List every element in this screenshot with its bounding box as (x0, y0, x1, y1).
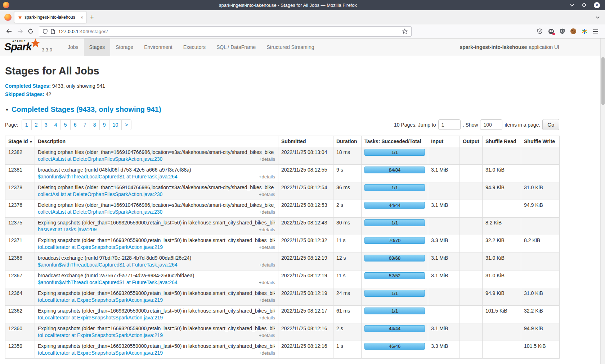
duration-cell: 12 s (333, 253, 362, 270)
column-header-output[interactable]: Output (460, 136, 483, 147)
column-header-stage-id[interactable]: Stage Id▼ (5, 136, 35, 147)
nav-item-storage[interactable]: Storage (110, 38, 139, 56)
nav-item-executors[interactable]: Executors (178, 38, 211, 56)
details-toggle[interactable]: +details (259, 156, 275, 163)
column-header-description[interactable]: Description (35, 136, 278, 147)
colorful-asterisk-icon[interactable] (582, 28, 587, 34)
stages-table: Stage Id▼DescriptionSubmittedDurationTas… (5, 136, 560, 359)
nav-item-structured-streaming[interactable]: Structured Streaming (261, 38, 319, 56)
ublock-shield-icon[interactable] (560, 28, 565, 34)
stage-detail-link[interactable]: toLocalIterator at ExpireSnapshotsSparkA… (38, 332, 163, 339)
details-toggle[interactable]: +details (259, 332, 275, 339)
privacy-mask-icon[interactable] (548, 28, 554, 35)
shuffle-write-size: 31.0 KiB (524, 185, 543, 190)
description-cell: Expiring snapshots (older_than=166932055… (35, 341, 278, 359)
stage-detail-link[interactable]: collectAsList at DeleteOrphanFilesSparkA… (38, 191, 162, 198)
jump-to-page-input[interactable] (438, 119, 461, 130)
pagination-controls: 10 Pages. Jump to . Show items in a page… (394, 119, 559, 130)
page-info-icon[interactable] (51, 29, 55, 34)
firefox-view-icon[interactable] (4, 14, 12, 21)
stage-detail-link[interactable]: $anonfun$withThreadLocalCaptured$1 at Fu… (38, 279, 178, 286)
nav-item-sql-dataframe[interactable]: SQL / DataFrame (211, 38, 261, 56)
bookmark-star-icon[interactable] (402, 28, 408, 34)
go-button[interactable]: Go (542, 119, 559, 130)
page-button-9[interactable]: 9 (99, 119, 109, 130)
stage-detail-link[interactable]: collectAsList at DeleteOrphanFilesSparkA… (38, 209, 162, 215)
column-header-shuffle-read[interactable]: Shuffle Read (483, 136, 521, 147)
page-button-8[interactable]: 8 (90, 119, 100, 130)
details-toggle[interactable]: +details (259, 261, 275, 268)
column-header-submitted[interactable]: Submitted (278, 136, 333, 147)
details-toggle[interactable]: +details (259, 244, 275, 251)
page-title: Stages for All Jobs (5, 65, 559, 77)
column-header-duration[interactable]: Duration (333, 136, 362, 147)
details-toggle[interactable]: +details (259, 226, 275, 233)
shield-check-icon[interactable] (537, 28, 543, 34)
items-per-page-input[interactable] (480, 119, 502, 130)
shield-icon (43, 29, 48, 34)
list-all-tabs-button[interactable] (595, 16, 600, 19)
shuffle-read-size: 8.2 KiB (485, 220, 502, 226)
input-cell: 3.1 MiB (428, 323, 460, 341)
reload-button[interactable] (25, 26, 36, 36)
stage-detail-link[interactable]: toLocalIterator at ExpireSnapshotsSparkA… (38, 350, 163, 356)
scrollbar-thumb[interactable] (601, 57, 605, 105)
details-toggle[interactable]: +details (259, 191, 275, 198)
stage-detail-link[interactable]: toLocalIterator at ExpireSnapshotsSparkA… (38, 314, 163, 321)
shuffle-read-size: 31.0 KiB (485, 273, 505, 278)
input-cell: 3.3 MiB (428, 235, 460, 253)
shuffle-read-size: 94.9 KiB (485, 185, 505, 190)
column-header-tasks-succeeded-total[interactable]: Tasks: Succeeded/Total (362, 136, 428, 147)
stage-detail-link[interactable]: toLocalIterator at ExpireSnapshotsSparkA… (38, 244, 163, 251)
stage-detail-link[interactable]: $anonfun$withThreadLocalCaptured$1 at Fu… (38, 261, 178, 268)
firefox-logo-icon[interactable] (3, 2, 9, 8)
page-button-3[interactable]: 3 (41, 119, 51, 130)
duration-cell: 61 ms (333, 306, 362, 323)
duration-cell: 2 s (333, 323, 362, 341)
details-toggle[interactable]: +details (259, 314, 275, 321)
details-toggle[interactable]: +details (259, 279, 275, 286)
page-button-10[interactable]: 10 (109, 119, 122, 130)
window-maximize-button[interactable] (582, 3, 587, 8)
page-button-6[interactable]: 6 (70, 119, 80, 130)
stage-description: Expiring snapshots (older_than=166932055… (38, 308, 275, 314)
url-bar[interactable]: 127.0.0.1:4040/stages/ (39, 26, 412, 37)
back-button[interactable] (4, 26, 14, 36)
task-progress-bar: 1/1 (364, 149, 425, 156)
skipped-stages-link[interactable]: Skipped Stages: (5, 91, 44, 97)
completed-stages-link[interactable]: Completed Stages: (5, 83, 51, 89)
page-button-2[interactable]: 2 (31, 119, 41, 130)
details-toggle[interactable]: +details (259, 209, 275, 215)
task-progress-bar: 52/52 (364, 272, 425, 279)
completed-stages-section-header[interactable]: ▼ Completed Stages (9433, only showing 9… (5, 105, 559, 114)
description-cell: Deleting orphan files (older_than=166910… (35, 200, 278, 218)
new-tab-button[interactable]: + (86, 13, 98, 22)
nav-item-stages[interactable]: Stages (84, 38, 111, 56)
shuffle-read-cell: 31.0 KiB (483, 165, 521, 182)
next-page-button[interactable]: > (121, 119, 131, 130)
nav-item-environment[interactable]: Environment (139, 38, 178, 56)
stage-detail-link[interactable]: toLocalIterator at ExpireSnapshotsSparkA… (38, 297, 163, 304)
page-button-4[interactable]: 4 (51, 119, 61, 130)
cookie-icon[interactable] (570, 28, 576, 34)
page-button-5[interactable]: 5 (60, 119, 71, 130)
stage-detail-link[interactable]: hasNext at Tasks.java:209 (38, 226, 97, 233)
stage-detail-link[interactable]: $anonfun$withThreadLocalCaptured$1 at Fu… (38, 173, 178, 180)
forward-button[interactable] (14, 26, 25, 36)
details-toggle[interactable]: +details (259, 173, 275, 180)
window-close-button[interactable]: × (594, 2, 600, 8)
hamburger-menu-icon[interactable] (593, 29, 599, 34)
column-header-input[interactable]: Input (428, 136, 460, 147)
details-toggle[interactable]: +details (259, 350, 275, 356)
column-header-shuffle-write[interactable]: Shuffle Write (521, 136, 560, 147)
stage-detail-link[interactable]: collectAsList at DeleteOrphanFilesSparkA… (38, 156, 162, 163)
tab-close-icon[interactable]: × (80, 15, 83, 20)
page-button-1[interactable]: 1 (22, 119, 32, 130)
nav-item-jobs[interactable]: Jobs (62, 38, 84, 56)
table-row: 12375Expiring snapshots (older_than=1669… (5, 218, 560, 235)
browser-tab[interactable]: spark-ingest-into-lakehous × (14, 12, 86, 23)
window-minimize-button[interactable] (569, 4, 574, 7)
browser-tabbar: spark-ingest-into-lakehous × + (0, 10, 605, 24)
page-button-7[interactable]: 7 (80, 119, 90, 130)
details-toggle[interactable]: +details (259, 297, 275, 304)
